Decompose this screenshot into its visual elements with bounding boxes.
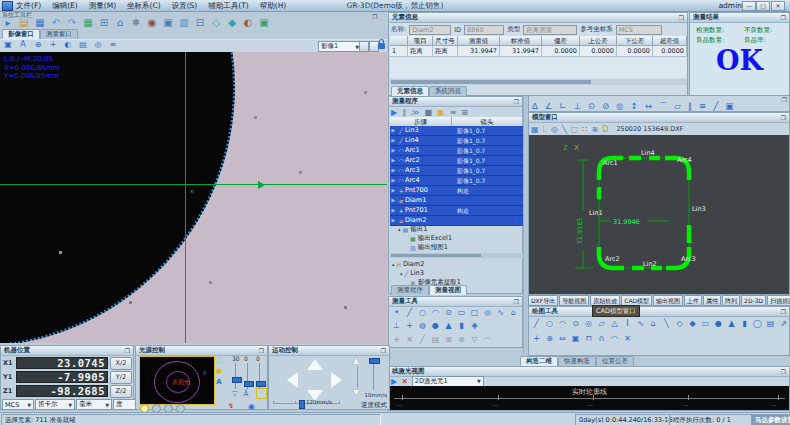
cylinder-tool[interactable]: ▮ (457, 321, 466, 330)
column-header-尺寸号[interactable]: 尺寸号 (433, 36, 458, 46)
ellipse-tool[interactable]: ⊙ (444, 308, 453, 317)
auto-light-icon[interactable]: A (216, 378, 222, 386)
lock-icon[interactable]: ▣ (437, 108, 445, 117)
detail-item-Diam2[interactable]: ▴HDiam2 (390, 260, 523, 269)
fillet-icon[interactable]: ◠ (610, 334, 619, 343)
pin-icon[interactable]: ❐ (782, 96, 787, 103)
pin-icon[interactable]: ❐ (514, 97, 519, 106)
cylinder-draw-icon[interactable]: ▮ (740, 319, 749, 328)
circle-tool[interactable]: ○ (418, 308, 427, 317)
tab-测量视图[interactable]: 测量视图 (429, 285, 467, 295)
light-preview[interactable]: 表面光 ⚡ (139, 356, 215, 405)
maximize-button[interactable]: □ (756, 1, 770, 11)
flash-icon[interactable]: ⚡ (202, 369, 208, 378)
cad-button-输出视图[interactable]: 输出视图 (653, 295, 683, 306)
table-row[interactable]: 1距离距离31.994731.99470.00000.00000.00000.0… (390, 46, 687, 57)
fit-icon[interactable]: ◎ (551, 125, 558, 134)
coord-tool[interactable]: + (405, 321, 414, 330)
tab-元素信息[interactable]: 元素信息 (391, 86, 429, 96)
speed-slider-handle[interactable] (369, 358, 380, 364)
open-icon[interactable]: ▤ (18, 17, 30, 29)
minimize-button[interactable]: — (742, 1, 756, 11)
layers-icon[interactable]: ≡ (108, 40, 118, 49)
layout-icon[interactable]: ⊟ (194, 17, 206, 29)
camera-view[interactable]: x L:0./--M:20.05 X=0.006/85mm Y=0.006/85… (0, 52, 387, 343)
grid-icon[interactable]: ▤ (78, 40, 88, 49)
column-header-测量值[interactable]: 测量值 (458, 36, 500, 46)
cad-button-DXF导出[interactable]: DXF导出 (528, 295, 558, 306)
column-header-偏差[interactable]: 偏差 (542, 36, 580, 46)
column-header-标准值[interactable]: 标准值 (500, 36, 542, 46)
save-icon[interactable]: ▦ (34, 17, 46, 29)
rotate-draw-icon[interactable]: ⇗ (779, 319, 788, 328)
half-position-button[interactable]: Y/2 (110, 371, 132, 384)
tab-系统消息[interactable]: 系统消息 (429, 86, 467, 96)
tree-expander-icon[interactable]: ▴ (398, 225, 401, 234)
measure-icon[interactable]: + (48, 40, 58, 49)
rect-tool[interactable]: ▭ (457, 308, 466, 317)
close-button[interactable]: ✕ (771, 1, 785, 11)
construct-offset-tool[interactable]: ⊕ (457, 335, 466, 344)
triangle-draw-icon[interactable]: △ (610, 319, 619, 328)
program-insert-marker[interactable]: → ◀ (390, 216, 523, 225)
pin-icon[interactable]: ❐ (781, 13, 786, 22)
cube-tool[interactable]: ◈ (470, 321, 479, 330)
field-value-1[interactable]: Diam2 (409, 25, 451, 35)
z-down-button[interactable]: ▼ (353, 388, 359, 397)
funnel-icon[interactable]: ▽ (232, 390, 237, 398)
construct-point-tool[interactable]: + (392, 335, 401, 344)
table-scrollbar[interactable] (390, 79, 687, 85)
level-icon[interactable]: ◐ (242, 17, 254, 29)
cad-canvas[interactable]: Z X 31.9165 31.9946 Ar (529, 135, 789, 294)
parallelogram-draw-icon[interactable]: ▱ (597, 319, 606, 328)
program-scrollbar[interactable] (390, 253, 523, 258)
list-icon[interactable]: ≡ (450, 108, 457, 117)
dxf-icon[interactable]: D (602, 125, 608, 134)
pin-icon[interactable]: ❐ (781, 367, 786, 376)
pin-icon[interactable]: ❐ (259, 346, 264, 355)
offset-icon[interactable]: ⊕ (545, 334, 554, 343)
cad-button-属性[interactable]: 属性 (703, 295, 721, 306)
program-step-Pnt700[interactable]: ▶+Pnt700构造 (390, 186, 523, 196)
coord-select-3[interactable]: 毫米▼ (76, 399, 112, 410)
delete-icon[interactable]: ✕ (401, 377, 408, 386)
cad-button-导航视图[interactable]: 导航视图 (559, 295, 589, 306)
program-step-Lin3[interactable]: ▶╱Lin3影像1_0.7 (390, 126, 523, 136)
tree-expander-icon[interactable]: ▴ (392, 260, 395, 269)
target-icon[interactable]: ◇ (210, 17, 222, 29)
column-header-下公差[interactable]: 下公差 (617, 36, 653, 46)
contrast-icon[interactable]: ◐ (63, 40, 73, 49)
program-step-Pnt701[interactable]: ▶+Pnt701构造 (390, 206, 523, 216)
arc-draw-icon[interactable]: ◠ (558, 319, 567, 328)
play-icon[interactable]: ▶ (391, 377, 397, 386)
column-header-上公差[interactable]: 上公差 (580, 36, 617, 46)
home-icon[interactable]: ⌂ (114, 17, 126, 29)
construct-grid-tool[interactable]: ▤ (431, 335, 440, 344)
tab-影像窗口[interactable]: 影像窗口 (2, 29, 40, 39)
field-value-3[interactable]: 距离测量 (523, 25, 577, 35)
light-slider-handle[interactable] (256, 381, 266, 387)
line-draw-icon[interactable]: ╱ (532, 319, 541, 328)
select-box-icon[interactable]: ▢ (571, 125, 579, 134)
sphere-draw-icon[interactable]: ● (714, 319, 723, 328)
zoom-icon[interactable]: ◎ (93, 40, 103, 49)
calibrate-icon[interactable]: ▣ (258, 17, 270, 29)
program-step-Arc4[interactable]: ▶◠Arc4影像1_0.7 (390, 176, 523, 186)
beam-draw-icon[interactable]: I (623, 319, 632, 328)
construct-funnel-tool[interactable]: ▽ (470, 335, 479, 344)
program-step-Lin4[interactable]: ▶╱Lin4影像1_0.7 (390, 136, 523, 146)
move-icon[interactable]: + (532, 334, 541, 343)
column-header-项目[interactable]: 项目 (408, 36, 433, 46)
save-icon[interactable]: ▦ (531, 125, 539, 134)
tab-快速构造[interactable]: 快速构造 (558, 356, 596, 366)
coord-select-1[interactable]: MCS▼ (2, 399, 34, 410)
points-icon[interactable]: ∷ (582, 125, 587, 134)
bridge-icon[interactable]: ⊓ (584, 334, 593, 343)
compass-icon[interactable]: ◆ (226, 17, 238, 29)
report-icon[interactable]: ▥ (178, 17, 190, 29)
curve-tool[interactable]: ∿ (496, 308, 505, 317)
stretch-icon[interactable]: ⇔ (558, 334, 567, 343)
program-step-Arc3[interactable]: ▶◠Arc3影像1_0.7 (390, 166, 523, 176)
run-icon[interactable]: ▸ (2, 17, 14, 29)
camera-select[interactable]: 影像1 ▼ (318, 41, 362, 52)
